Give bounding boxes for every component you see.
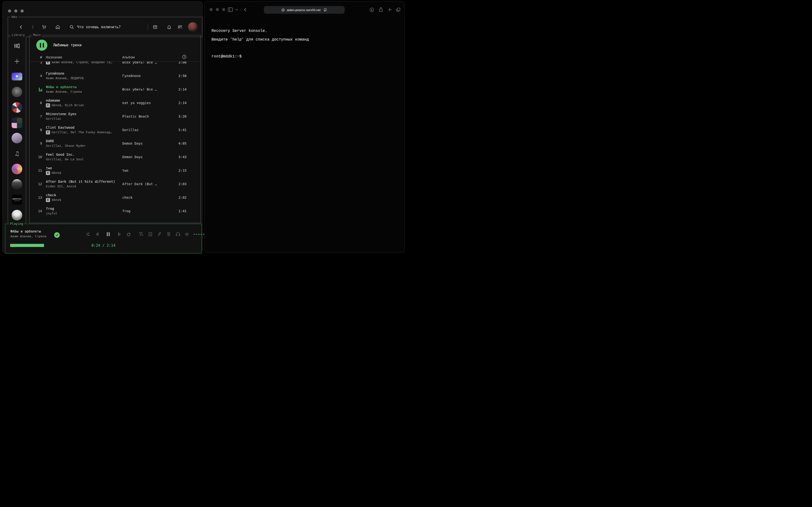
track-row[interactable]: 4 Гуляйполе E Аким Апачев, ЛЕДОРУБ Гуляй… [30,69,201,82]
track-number: 10 [35,155,42,159]
now-playing-title: ФАБы и арбалеты [10,229,41,233]
window-controls[interactable] [8,9,24,12]
track-row[interactable]: 7 Rhinestone Eyes E Gorillaz Plastic Bea… [30,110,201,123]
mic-icon[interactable] [157,231,162,237]
library-album-pai[interactable] [8,177,26,192]
track-album: After Dark (But … [122,182,166,186]
search-icon[interactable] [69,24,75,30]
track-duration: 3:08 [179,61,187,64]
explicit-badge: E [46,130,50,134]
cast-device-icon[interactable] [152,24,158,30]
search-input[interactable]: Что хочешь включить? [77,25,121,29]
explicit-badge: E [46,198,50,202]
track-duration: 1:41 [179,209,187,213]
track-row[interactable]: 14 frog E joyful frog 1:41 [30,204,201,218]
url-bar[interactable]: aiden-pearce.serv00.net [264,6,345,14]
track-number: 6 [35,101,42,105]
heart-icon: ♥ [12,73,22,80]
track-title: edamame [46,98,118,103]
track-row[interactable]: 10 Feel Good Inc. E Gorillaz, De La Soul… [30,150,201,164]
queue-icon[interactable] [166,231,171,237]
home-icon[interactable] [55,24,61,30]
zoom-button[interactable] [20,9,24,12]
add-playlist-icon[interactable] [8,54,26,69]
track-artists: E bbno$ [46,170,118,175]
library-album-vse-lechat[interactable] [8,161,26,177]
track-number: 4 [35,74,42,78]
library-album-gulyaipole[interactable] [8,100,26,115]
back-icon[interactable] [242,6,248,13]
track-title: Clint Eastwood [46,125,118,130]
pause-icon[interactable] [105,231,111,237]
notifications-icon[interactable] [166,24,172,30]
track-row[interactable]: 13 check E bbno$ check 2:02 [30,191,201,204]
track-artists: E bbno$ [46,198,118,202]
track-row[interactable]: 5 ФАБы и арбалеты E Аким Апачев, Стрела … [30,82,201,96]
terminal-line: Введите 'help' для списка доступных кома… [211,37,309,42]
library-album-undertale[interactable]: UNDERTALESOUNDTRACK [8,192,26,208]
tabs-icon[interactable] [395,6,401,13]
collapse-library-icon[interactable] [8,38,26,54]
headphones-icon[interactable] [175,231,181,237]
magic-mic-icon[interactable] [138,231,144,237]
volume-icon[interactable] [184,231,190,237]
nav-divider [148,24,148,30]
forward-icon[interactable] [30,24,36,30]
track-row[interactable]: 3 E Аким Апачев, Стрела, Владлен Та… Все… [30,61,201,69]
shuffle-icon[interactable] [85,231,91,237]
now-playing-artists: Аким Апачев, Стрела [10,234,46,238]
avatar[interactable] [188,22,198,32]
track-row[interactable]: 6 edamame E bbno$, Rich Brian eat ya veg… [30,96,201,110]
next-icon[interactable] [116,231,122,237]
track-row[interactable]: 12 After Dark (But it hits different) E … [30,177,201,191]
track-title: frog [46,206,118,211]
library-playlist-collage[interactable] [8,115,26,131]
track-album: Plastic Beach [122,114,166,118]
zoom-button[interactable] [222,8,225,11]
cart-icon[interactable] [41,24,47,30]
column-album: Альбом [122,55,166,59]
new-tab-icon[interactable] [387,6,393,13]
download-icon[interactable] [368,6,375,13]
playing-panel: Playing ФАБы и арбалеты Аким Апачев, Стр… [5,224,202,253]
pause-button[interactable] [36,40,47,51]
video-icon[interactable] [147,231,153,237]
track-artists: E bbno$, Rich Brian [46,103,118,108]
minimize-button[interactable] [216,8,219,11]
window-controls[interactable] [209,8,225,11]
track-duration: 2:02 [179,195,187,200]
terminal-prompt[interactable]: root@mddk1:~$ [211,54,242,59]
track-duration: 2:03 [179,182,187,186]
close-button[interactable] [8,9,11,12]
check-circle-icon[interactable] [54,232,60,238]
minimize-button[interactable] [14,9,17,12]
track-title: U Got That [46,222,118,223]
sidebar-icon[interactable] [227,6,234,13]
track-album: Gorillaz [122,128,166,132]
repeat-icon[interactable] [126,231,132,237]
track-row[interactable]: 15 U Got That E [30,218,201,223]
track-artists: E Gorillaz, De La Soul [46,157,118,162]
track-title: DARE [46,138,118,144]
track-row[interactable]: 8 Clint Eastwood E Gorillaz, Del The Fun… [30,123,201,137]
library-artist-duo[interactable] [8,131,26,146]
reader-icon[interactable] [323,8,327,12]
library-panel: Library ♥ ♫ UNDERTALESOUNDTRACK [8,35,26,223]
track-album: two [122,169,166,172]
liked-songs-tile[interactable]: ♥ [8,69,26,84]
friends-icon[interactable] [177,24,183,30]
track-list: 3 E Аким Апачев, Стрела, Владлен Та… Все… [30,61,201,223]
main-panel: Main Любимые треки # Название Альбом 3 E… [29,35,201,223]
back-icon[interactable] [18,24,24,30]
close-button[interactable] [209,8,213,11]
previous-icon[interactable] [94,231,100,237]
column-title: Название [46,55,118,59]
library-artist-bw[interactable] [8,84,26,100]
chevron-down-icon[interactable] [234,6,240,13]
track-row[interactable]: 9 DARE E Gorillaz, Shaun Ryder Demon Day… [30,137,201,150]
share-icon[interactable] [378,6,384,13]
library-artist-solo[interactable] [8,207,26,223]
track-row[interactable]: 11 two E bbno$ two 2:15 [30,164,201,177]
playlist-note-icon[interactable]: ♫ [8,146,26,161]
column-number: # [35,55,42,59]
